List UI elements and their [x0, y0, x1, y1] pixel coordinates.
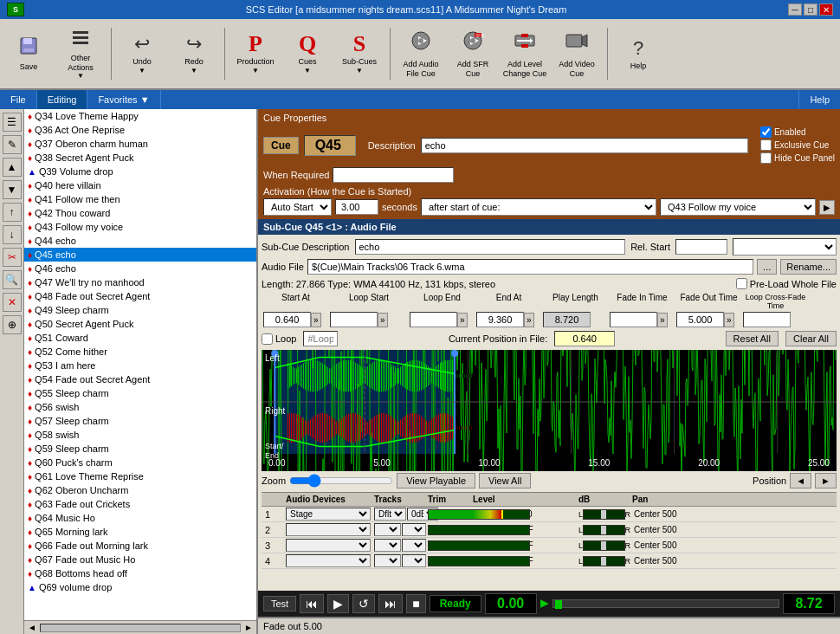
- undo-button[interactable]: ↩ Undo ▼: [117, 23, 167, 85]
- menu-favorites[interactable]: Favorites ▼: [87, 90, 160, 109]
- audio-tracks-select-1[interactable]: Dflt: [374, 508, 406, 521]
- cue-list-item[interactable]: ♦Q68 Bottoms head off: [24, 566, 256, 580]
- cue-list-item[interactable]: ♦Q42 Thou coward: [24, 206, 256, 220]
- end-at-arrow[interactable]: »: [524, 313, 534, 327]
- clear-all-button[interactable]: Clear All: [785, 331, 837, 346]
- activation-type-select[interactable]: Auto Start: [263, 198, 332, 216]
- pan-bar-2[interactable]: [583, 525, 624, 535]
- loop-start-arrow[interactable]: »: [378, 313, 388, 327]
- cue-list-item[interactable]: ♦Q47 We'll try no manhood: [24, 275, 256, 289]
- sidebar-up-arrow[interactable]: ▲: [3, 158, 22, 177]
- cue-list-item[interactable]: ♦Q41 Follow me then: [24, 192, 256, 206]
- cue-list-scrollbar[interactable]: [40, 624, 241, 632]
- cue-list-item[interactable]: ♦Q44 echo: [24, 234, 256, 248]
- help-button[interactable]: ? Help: [613, 23, 663, 85]
- rel-start-select[interactable]: [733, 238, 837, 256]
- cue-list-item[interactable]: ♦Q51 Coward: [24, 331, 256, 345]
- add-level-change-button[interactable]: Add LevelChange Cue: [500, 23, 550, 85]
- fade-out-arrow[interactable]: »: [724, 313, 734, 327]
- enabled-checkbox[interactable]: Enabled: [760, 126, 835, 138]
- sidebar-icon-move-up[interactable]: ↑: [3, 203, 22, 222]
- audio-tracks-select-2[interactable]: [374, 523, 401, 536]
- play-button[interactable]: ▶: [327, 594, 349, 613]
- enabled-check-input[interactable]: [760, 126, 772, 138]
- rel-start-input[interactable]: [675, 239, 727, 255]
- cue-list-item[interactable]: ♦Q58 swish: [24, 428, 256, 442]
- seconds-input[interactable]: [335, 199, 378, 215]
- cue-list-item[interactable]: ♦Q66 Fade out Morning lark: [24, 539, 256, 553]
- audio-trim-select-4[interactable]: [402, 554, 426, 567]
- menu-editing[interactable]: Editing: [37, 90, 88, 109]
- cue-list-item[interactable]: ♦Q49 Sleep charm: [24, 303, 256, 317]
- rewind-button[interactable]: ⏮: [300, 594, 324, 613]
- sidebar-icon-zoom[interactable]: ⊕: [3, 315, 22, 334]
- pan-bar-4[interactable]: [583, 556, 624, 566]
- audio-tracks-select-4[interactable]: [374, 554, 401, 567]
- waveform-container[interactable]: Left Right Start/End 0.00 5.00 10.00 15.…: [262, 350, 837, 471]
- cue-list-item[interactable]: ♦Q61 Love Theme Reprise: [24, 469, 256, 483]
- cue-list-scroll[interactable]: ♦Q34 Love Theme Happy♦Q36 Act One Repris…: [24, 109, 256, 620]
- cue-list-item[interactable]: ♦Q52 Come hither: [24, 345, 256, 359]
- sidebar-icon-search[interactable]: 🔍: [3, 270, 22, 289]
- pan-bar-3[interactable]: [583, 540, 624, 551]
- cue-list-item[interactable]: ♦Q56 swish: [24, 400, 256, 414]
- current-position-input[interactable]: [554, 331, 615, 346]
- audio-trim-select-3[interactable]: [402, 539, 426, 552]
- view-playable-button[interactable]: View Playable: [397, 473, 475, 488]
- level-bar-container-1[interactable]: [428, 509, 530, 520]
- sidebar-icon-delete[interactable]: ✕: [3, 293, 22, 312]
- production-button[interactable]: P Production ▼: [230, 23, 281, 85]
- cue-list-item[interactable]: ♦Q62 Oberon Uncharm: [24, 483, 256, 497]
- add-sfr-button[interactable]: SFR Add SFRCue: [448, 23, 498, 85]
- cue-list-item[interactable]: ♦Q64 Music Ho: [24, 511, 256, 525]
- cue-list-item[interactable]: ♦Q57 Sleep charm: [24, 414, 256, 428]
- when-required-input[interactable]: [333, 167, 454, 183]
- forward-button[interactable]: ⏭: [378, 594, 403, 613]
- cue-list-item[interactable]: ▲Q39 Volume drop: [24, 165, 256, 178]
- test-button[interactable]: Test: [263, 596, 296, 611]
- loop-checkbox[interactable]: Loop: [262, 333, 296, 345]
- cue-list-item[interactable]: ♦Q46 echo: [24, 262, 256, 275]
- play-length-input[interactable]: [543, 312, 591, 327]
- close-button[interactable]: ✕: [819, 3, 833, 16]
- cue-list-item[interactable]: ♦Q67 Fade out Music Ho: [24, 553, 256, 566]
- cue-list-item[interactable]: ♦Q48 Fade out Secret Agent: [24, 289, 256, 303]
- audio-dev-device-3[interactable]: [286, 539, 371, 552]
- cue-list-item[interactable]: ♦Q63 Fade out Crickets: [24, 497, 256, 511]
- preload-checkbox[interactable]: Pre-Load Whole File: [736, 278, 837, 289]
- browse-button[interactable]: ...: [757, 259, 777, 275]
- hide-cue-panel-checkbox[interactable]: Hide Cue Panel: [760, 152, 835, 164]
- subcue-desc-input[interactable]: [355, 239, 626, 255]
- loop-end-arrow[interactable]: »: [457, 313, 468, 327]
- sub-cues-button[interactable]: S Sub-Cues ▼: [334, 23, 384, 85]
- fade-in-input[interactable]: [610, 312, 657, 327]
- cue-id-field[interactable]: Q45: [304, 135, 356, 156]
- loop-play-button[interactable]: ↺: [352, 594, 375, 613]
- preload-check-input[interactable]: [736, 278, 747, 289]
- cue-list-item[interactable]: ♦Q55 Sleep charm: [24, 386, 256, 400]
- cue-list-item[interactable]: ♦Q38 Secret Agent Puck: [24, 151, 256, 165]
- loop-check-input[interactable]: [262, 333, 273, 345]
- cue-list-item[interactable]: ♦Q53 I am here: [24, 359, 256, 372]
- loop-end-input[interactable]: [410, 312, 457, 327]
- cue-list-item[interactable]: ♦Q50 Secret Agent Puck: [24, 317, 256, 331]
- zoom-slider[interactable]: [289, 474, 393, 488]
- fade-in-arrow[interactable]: »: [657, 313, 668, 327]
- reset-all-button[interactable]: Reset All: [726, 331, 779, 346]
- sidebar-icon-2[interactable]: ✎: [3, 135, 22, 154]
- description-input[interactable]: [421, 138, 748, 153]
- add-audio-file-button[interactable]: Add AudioFile Cue: [396, 23, 446, 85]
- cue-list-item[interactable]: ♦Q37 Oberon charm human: [24, 137, 256, 151]
- position-right-button[interactable]: ►: [815, 473, 837, 488]
- cue-list-item[interactable]: ♦Q65 Morning lark: [24, 525, 256, 539]
- cue-reference-select[interactable]: Q43 Follow my voice: [660, 198, 816, 216]
- exclusive-cue-checkbox[interactable]: Exclusive Cue: [760, 139, 835, 151]
- cues-button[interactable]: Q Cues ▼: [282, 23, 333, 85]
- menu-file[interactable]: File: [0, 90, 37, 109]
- redo-button[interactable]: ↪ Redo ▼: [169, 23, 219, 85]
- loop-cross-input[interactable]: [743, 312, 791, 327]
- audio-dev-device-2[interactable]: [286, 523, 371, 536]
- view-all-button[interactable]: View All: [479, 473, 531, 488]
- menu-help[interactable]: Help: [798, 90, 840, 109]
- level-bar-container-2[interactable]: [428, 525, 530, 535]
